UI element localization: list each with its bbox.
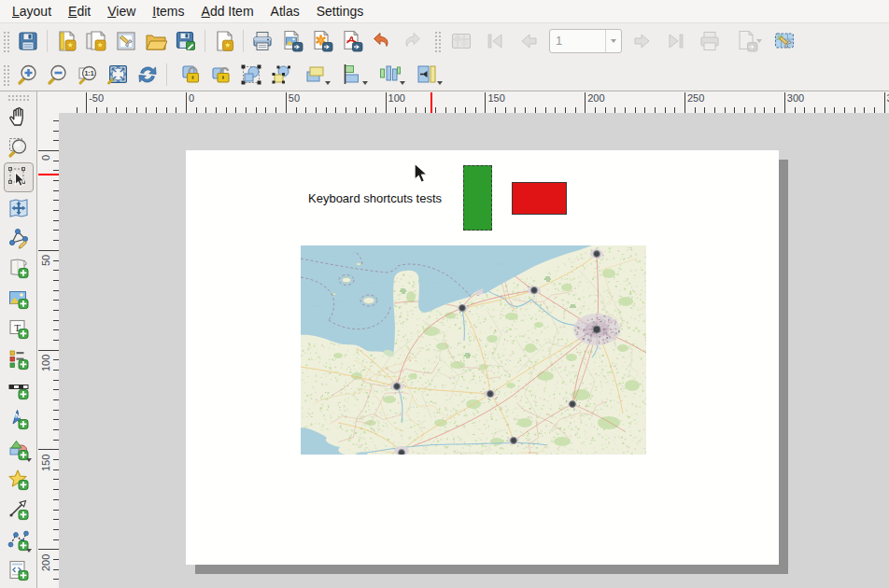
add-marker-button[interactable] xyxy=(4,465,34,495)
ungroup-items-button[interactable] xyxy=(268,62,294,88)
raise-items-button[interactable] xyxy=(298,62,332,88)
export-as-svg-button[interactable] xyxy=(309,28,335,54)
zoom-out-button[interactable] xyxy=(45,62,71,88)
align-items-button[interactable] xyxy=(335,62,369,88)
refresh-button[interactable] xyxy=(134,62,161,88)
save-as-template-button[interactable] xyxy=(173,28,199,54)
menu-edit[interactable]: Edit xyxy=(60,1,99,21)
layout-page[interactable]: Keyboard shortcuts tests xyxy=(186,150,779,565)
layout-canvas[interactable]: Keyboard shortcuts tests xyxy=(59,113,889,588)
add-shape-dropdown-icon[interactable] xyxy=(26,458,32,462)
menu-settings[interactable]: Settings xyxy=(308,1,373,21)
atlas-page-spinbox[interactable] xyxy=(549,29,622,53)
menu-view[interactable]: View xyxy=(99,1,144,21)
label-item[interactable]: Keyboard shortcuts tests xyxy=(308,191,442,205)
add-html-button[interactable] xyxy=(4,555,34,585)
open-folder-icon xyxy=(145,30,167,52)
duplicate-layout-button[interactable] xyxy=(83,28,109,54)
add-picture-button[interactable] xyxy=(4,284,34,314)
undo-icon xyxy=(371,30,393,52)
layout-manager-button[interactable] xyxy=(113,28,139,54)
green-rectangle-item[interactable] xyxy=(463,165,492,231)
atlas-settings-button[interactable] xyxy=(771,28,797,54)
zoom-out-icon xyxy=(47,63,69,86)
add-html-icon xyxy=(7,559,30,581)
add-node-item-button[interactable] xyxy=(4,525,34,555)
print-atlas-button[interactable] xyxy=(697,28,723,54)
horizontal-ruler: -50050100150200250300350 xyxy=(37,91,889,113)
align-items-dropdown-icon[interactable] xyxy=(362,81,368,85)
layout-toolbar xyxy=(0,23,889,58)
zoom-in-icon xyxy=(17,63,39,86)
vruler-label: 100 xyxy=(40,355,51,371)
zoom-tool-button[interactable] xyxy=(4,133,34,162)
toolbar-separator xyxy=(243,30,244,52)
hruler-label: 150 xyxy=(487,92,504,104)
menu-add-item[interactable]: Add Item xyxy=(193,1,262,21)
printer-icon xyxy=(251,30,274,52)
map-item[interactable] xyxy=(301,245,646,455)
atlas-first-feature-button[interactable] xyxy=(482,28,508,54)
atlas-page-dropdown-icon[interactable] xyxy=(605,30,621,52)
move-item-content-button[interactable] xyxy=(4,193,34,223)
export-as-pdf-button[interactable] xyxy=(339,28,365,54)
new-layout-icon xyxy=(55,30,78,52)
last-feature-icon xyxy=(666,31,686,51)
undo-button[interactable] xyxy=(369,28,395,54)
save-as-template-icon xyxy=(175,30,197,52)
load-template-button[interactable] xyxy=(143,28,169,54)
save-project-button[interactable] xyxy=(15,28,41,54)
atlas-page-input[interactable] xyxy=(550,34,605,48)
add-legend-button[interactable] xyxy=(4,344,34,374)
unlock-all-button[interactable] xyxy=(208,62,234,88)
toolbar-handle[interactable] xyxy=(434,30,442,52)
select-move-item-button[interactable] xyxy=(4,162,34,192)
new-layout-button[interactable] xyxy=(53,28,79,54)
add-pages-button[interactable] xyxy=(211,28,237,54)
svg-text:1:1: 1:1 xyxy=(84,70,93,77)
hruler-label: 300 xyxy=(787,92,804,104)
vruler-label: 0 xyxy=(40,154,51,160)
add-scalebar-button[interactable] xyxy=(4,374,34,404)
raise-items-dropdown-icon[interactable] xyxy=(325,81,331,85)
edit-nodes-item-button[interactable] xyxy=(4,223,34,253)
zoom-actual-button[interactable]: 1:1 xyxy=(75,62,101,88)
atlas-previous-feature-button[interactable] xyxy=(515,28,542,54)
toolbar-handle[interactable] xyxy=(7,93,30,101)
export-as-image-button[interactable] xyxy=(279,28,305,54)
add-shape-button[interactable] xyxy=(4,435,34,465)
menu-items[interactable]: Items xyxy=(144,1,192,21)
resize-items-dropdown-icon[interactable] xyxy=(437,81,443,85)
group-items-button[interactable] xyxy=(238,62,264,88)
zoom-tool-icon xyxy=(7,136,30,159)
qgis-layout-designer-window: Layout Edit View Items Add Item Atlas Se… xyxy=(0,0,889,588)
redo-button[interactable] xyxy=(399,28,425,54)
add-map-button[interactable] xyxy=(4,253,34,283)
hruler-label: 100 xyxy=(388,92,405,104)
export-atlas-button[interactable] xyxy=(730,28,764,54)
add-arrow-button[interactable] xyxy=(4,495,34,525)
add-label-button[interactable]: T xyxy=(4,314,34,343)
pan-layout-button[interactable] xyxy=(4,102,34,132)
toolbar-handle[interactable] xyxy=(3,30,10,52)
menu-atlas[interactable]: Atlas xyxy=(262,1,308,21)
atlas-next-feature-button[interactable] xyxy=(629,28,656,54)
zoom-full-button[interactable] xyxy=(105,62,131,88)
add-marker-icon xyxy=(7,469,30,491)
vruler-label: 200 xyxy=(40,553,51,570)
preview-atlas-button[interactable] xyxy=(448,28,474,54)
distribute-items-button[interactable] xyxy=(373,62,406,88)
distribute-items-dropdown-icon[interactable] xyxy=(400,81,405,85)
atlas-last-feature-button[interactable] xyxy=(663,28,689,54)
lock-items-button[interactable] xyxy=(178,62,205,88)
toolbar-handle[interactable] xyxy=(3,63,10,86)
add-node-item-dropdown-icon[interactable] xyxy=(26,549,32,553)
export-atlas-dropdown-icon[interactable] xyxy=(756,39,762,43)
zoom-in-button[interactable] xyxy=(15,62,41,88)
add-north-arrow-button[interactable]: N xyxy=(4,404,34,434)
print-layout-button[interactable] xyxy=(249,28,275,54)
menu-layout[interactable]: Layout xyxy=(4,1,60,21)
resize-items-button[interactable] xyxy=(410,62,444,88)
red-rectangle-item[interactable] xyxy=(512,182,567,215)
svg-text:N: N xyxy=(14,412,19,420)
